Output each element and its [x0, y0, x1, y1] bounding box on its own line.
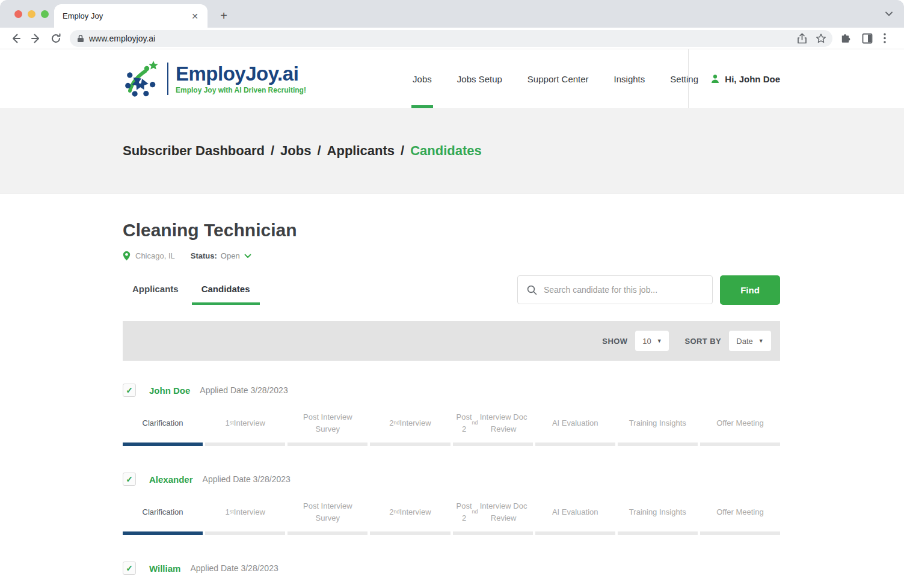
- stage-label[interactable]: 2nd Interview: [370, 499, 450, 525]
- stage-label[interactable]: 2nd Interview: [370, 410, 450, 436]
- candidate-block: ✓John DoeApplied Date 3/28/2023Clarifica…: [123, 384, 780, 446]
- tab-close-icon[interactable]: ✕: [189, 11, 200, 22]
- list-toolbar: SHOW 10 ▼ SORT BY Date ▼: [123, 321, 780, 361]
- address-bar[interactable]: www.employjoy.ai: [70, 30, 832, 47]
- stage-bar: [205, 531, 285, 535]
- candidate-name[interactable]: William: [149, 563, 180, 574]
- bookmark-star-icon[interactable]: [816, 33, 826, 44]
- candidate-checkbox[interactable]: ✓: [123, 562, 136, 575]
- back-icon[interactable]: [10, 32, 22, 44]
- stage-column: Clarification: [123, 410, 203, 446]
- candidate-row: ✓WilliamApplied Date 3/28/2023: [123, 562, 780, 575]
- stage-label[interactable]: Post 2nd Interview Doc Review: [453, 499, 533, 525]
- candidate-applied-date: Applied Date 3/28/2023: [200, 385, 287, 395]
- share-icon[interactable]: [797, 33, 807, 44]
- nav-active-underline: [411, 105, 433, 108]
- candidate-row: ✓AlexanderApplied Date 3/28/2023: [123, 473, 780, 486]
- reload-icon[interactable]: [51, 33, 61, 44]
- breadcrumb-item[interactable]: Applicants: [327, 143, 395, 158]
- candidate-applied-date: Applied Date 3/28/2023: [190, 563, 278, 573]
- stage-label[interactable]: 1st Interview: [205, 410, 285, 436]
- stage-bar-active: [123, 443, 203, 446]
- tab-label: Candidates: [201, 284, 250, 294]
- breadcrumb-separator: /: [401, 143, 404, 158]
- logo-divider: [167, 63, 168, 95]
- find-button[interactable]: Find: [720, 275, 780, 305]
- status-value: Open: [221, 251, 240, 260]
- browser-tab[interactable]: Employ Joy ✕: [54, 4, 208, 28]
- tab-list-chevron-icon[interactable]: [885, 10, 893, 18]
- show-count-dropdown[interactable]: 10 ▼: [635, 331, 669, 351]
- stage-label[interactable]: Post Interview Survey: [287, 410, 367, 436]
- show-label: SHOW: [602, 337, 627, 346]
- user-greeting: Hi, John Doe: [725, 74, 780, 84]
- maximize-window-button[interactable]: [41, 10, 49, 18]
- status-chevron-icon[interactable]: [244, 254, 251, 259]
- lock-icon: [77, 34, 84, 43]
- stage-label[interactable]: 1st Interview: [205, 499, 285, 525]
- stage-bar: [453, 531, 533, 535]
- minimize-window-button[interactable]: [28, 10, 35, 18]
- breadcrumb-band: Subscriber Dashboard/Jobs/Applicants/Can…: [0, 108, 904, 194]
- stage-column: 2nd Interview: [370, 410, 450, 446]
- user-menu[interactable]: Hi, John Doe: [688, 49, 780, 108]
- breadcrumb-item[interactable]: Jobs: [280, 143, 311, 158]
- stage-label[interactable]: Training Insights: [618, 499, 698, 525]
- stage-bar-active: [123, 531, 203, 535]
- stage-column: Post Interview Survey: [287, 499, 367, 535]
- nav-item-insights[interactable]: Insights: [614, 49, 645, 108]
- search-input[interactable]: [544, 285, 694, 295]
- stage-column: AI Evaluation: [535, 499, 615, 535]
- toolbar-right-icons: [840, 32, 886, 44]
- side-panel-icon[interactable]: [862, 33, 873, 44]
- stage-label[interactable]: AI Evaluation: [535, 499, 615, 525]
- stage-label[interactable]: Clarification: [123, 410, 203, 436]
- extensions-puzzle-icon[interactable]: [840, 32, 851, 44]
- logo-tagline: Employ Joy with AI Driven Recruiting!: [176, 86, 306, 94]
- stage-column: 2nd Interview: [370, 499, 450, 535]
- stage-bar: [535, 531, 615, 535]
- logo[interactable]: EmployJoy.ai Employ Joy with AI Driven R…: [123, 60, 306, 98]
- stage-bar: [205, 443, 285, 446]
- stage-label[interactable]: Offer Meeting: [700, 410, 780, 436]
- candidate-name[interactable]: John Doe: [149, 385, 190, 396]
- stage-bar: [618, 531, 698, 535]
- candidate-row: ✓John DoeApplied Date 3/28/2023: [123, 384, 780, 397]
- stage-label[interactable]: Clarification: [123, 499, 203, 525]
- candidate-applied-date: Applied Date 3/28/2023: [203, 474, 291, 484]
- nav-item-jobs[interactable]: Jobs: [413, 49, 432, 108]
- close-window-button[interactable]: [14, 10, 22, 18]
- job-title: Cleaning Technician: [123, 220, 780, 240]
- stage-label[interactable]: Post 2nd Interview Doc Review: [453, 410, 533, 436]
- stage-label[interactable]: Post Interview Survey: [287, 499, 367, 525]
- logo-title: EmployJoy.ai: [176, 64, 306, 84]
- stage-column: Training Insights: [618, 499, 698, 535]
- stage-column: Post 2nd Interview Doc Review: [453, 499, 533, 535]
- candidate-checkbox[interactable]: ✓: [123, 473, 136, 486]
- search-icon: [527, 285, 537, 295]
- tab-candidates[interactable]: Candidates: [192, 275, 260, 305]
- chevron-down-icon: ▼: [758, 338, 764, 344]
- stage-label[interactable]: Training Insights: [618, 410, 698, 436]
- stage-label[interactable]: AI Evaluation: [535, 410, 615, 436]
- nav-item-jobs-setup[interactable]: Jobs Setup: [457, 49, 502, 108]
- location-pin-icon: [123, 251, 131, 261]
- nav-item-support-center[interactable]: Support Center: [527, 49, 589, 108]
- breadcrumb-item[interactable]: Subscriber Dashboard: [123, 143, 265, 158]
- stage-bar: [370, 443, 450, 446]
- candidate-checkbox[interactable]: ✓: [123, 384, 136, 397]
- stage-label[interactable]: Offer Meeting: [700, 499, 780, 525]
- browser-window: Employ Joy ✕ + www.employjoy.ai: [0, 0, 904, 588]
- tab-title: Employ Joy: [63, 11, 189, 20]
- sort-by-dropdown[interactable]: Date ▼: [729, 331, 771, 351]
- candidate-name[interactable]: Alexander: [149, 474, 193, 485]
- new-tab-button[interactable]: +: [217, 9, 231, 23]
- menu-dots-icon[interactable]: [884, 33, 886, 43]
- forward-icon[interactable]: [30, 32, 42, 44]
- stage-progress: Clarification1st InterviewPost Interview…: [123, 410, 780, 446]
- nav-label: Jobs Setup: [457, 74, 502, 84]
- logo-mark-icon: [123, 60, 160, 98]
- stage-column: 1st Interview: [205, 410, 285, 446]
- tab-applicants[interactable]: Applicants: [123, 275, 188, 305]
- stage-bar: [287, 531, 367, 535]
